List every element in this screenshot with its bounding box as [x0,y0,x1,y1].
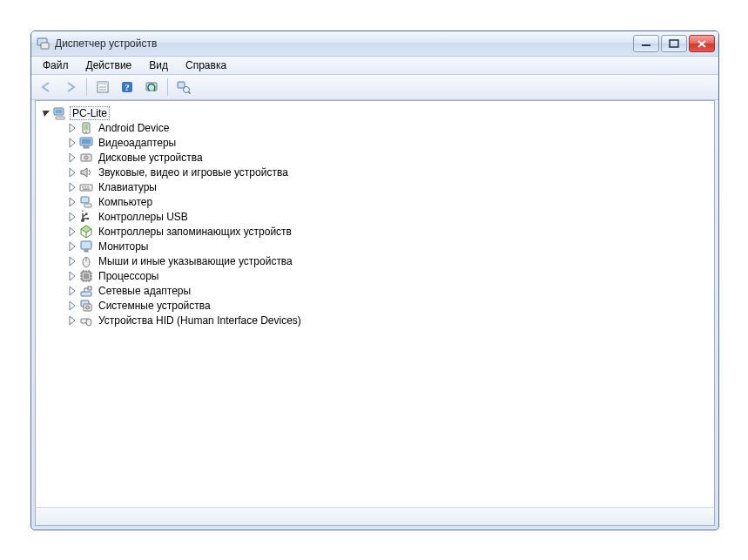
sound-icon [79,165,93,179]
menu-help[interactable]: Справка [178,57,234,73]
storage-icon [79,225,93,239]
tree-item-label: Сетевые адаптеры [96,284,193,298]
tree-item-label: Контроллеры USB [96,210,191,224]
tree-item[interactable]: Контроллеры запоминающих устройств [67,224,714,239]
android-icon [79,121,93,135]
minimize-button[interactable] [633,35,659,52]
network-icon [79,284,93,298]
tree-item[interactable]: Устройства HID (Human Interface Devices) [67,313,714,327]
tree-item-label: Android Device [96,121,172,135]
tree-item-label: Клавиатуры [96,180,159,194]
device-tree[interactable]: PC-Lite Android DeviceВидеоадаптерыДиско… [36,104,714,329]
window-controls [633,35,715,52]
expander-expand-icon[interactable] [67,138,77,148]
device-manager-window: Диспетчер устройств Файл Действие Вид Сп… [30,30,719,530]
expander-expand-icon[interactable] [67,256,77,267]
show-devices-button[interactable] [172,77,195,98]
maximize-button[interactable] [661,35,687,52]
tree-item[interactable]: Мониторы [67,239,714,253]
expander-expand-icon[interactable] [67,315,77,326]
close-button[interactable] [689,35,715,52]
tree-item[interactable]: Дисковые устройства [67,150,714,165]
menu-view[interactable]: Вид [141,57,176,73]
expander-expand-icon[interactable] [67,300,77,311]
expander-expand-icon[interactable] [67,152,77,163]
tree-item-label: Дисковые устройства [96,151,206,165]
tree-item-label: Мыши и иные указывающие устройства [96,254,295,268]
disk-icon [79,151,93,165]
tree-item[interactable]: Клавиатуры [67,179,714,194]
tree-item-label: Процессоры [96,269,162,283]
tree-root[interactable]: PC-Lite [41,105,714,120]
hid-icon [79,314,93,327]
toolbar-separator [167,78,168,96]
expander-expand-icon[interactable] [67,226,77,237]
tree-item[interactable]: Android Device [67,120,714,135]
toolbar-separator [86,78,87,96]
monitor-icon [79,240,93,253]
menubar: Файл Действие Вид Справка [31,57,718,75]
tree-item[interactable]: Контроллеры USB [67,209,714,224]
tree-item-label: Устройства HID (Human Interface Devices) [96,314,304,327]
tree-item[interactable]: Сетевые адаптеры [67,283,714,298]
usb-icon [79,210,93,224]
keyboard-icon [79,180,93,194]
properties-button[interactable] [91,77,114,98]
toolbar [31,75,718,100]
menu-file[interactable]: Файл [35,57,77,73]
expander-expand-icon[interactable] [67,286,77,296]
expander-expand-icon[interactable] [67,212,77,222]
statusbar [35,507,715,526]
expander-expand-icon[interactable] [67,123,77,133]
cpu-icon [79,269,93,283]
tree-item[interactable]: Процессоры [67,268,714,283]
expander-collapse-icon[interactable] [41,108,51,118]
menu-action[interactable]: Действие [78,57,140,73]
tree-item-label: Системные устройства [96,299,213,313]
tree-children: Android DeviceВидеоадаптерыДисковые устр… [41,120,714,327]
tree-item-label: Звуковые, видео и игровые устройства [96,165,291,179]
expander-expand-icon[interactable] [67,241,77,252]
tree-item[interactable]: Системные устройства [67,298,714,313]
tree-item[interactable]: Видеоадаптеры [67,135,714,150]
tree-item[interactable]: Мыши и иные указывающие устройства [67,253,714,268]
tree-root-label: PC-Lite [70,106,110,120]
display-icon [79,136,93,150]
computer-icon [79,195,93,209]
expander-expand-icon[interactable] [67,271,77,281]
expander-expand-icon[interactable] [67,182,77,192]
scan-hardware-button[interactable] [140,77,163,98]
mouse-icon [79,254,93,268]
back-button[interactable] [35,77,57,98]
forward-button[interactable] [59,77,82,98]
expander-expand-icon[interactable] [67,197,77,207]
help-button[interactable] [116,77,138,98]
tree-item[interactable]: Компьютер [67,194,714,209]
system-icon [79,299,93,313]
tree-item-label: Контроллеры запоминающих устройств [96,225,294,239]
tree-item-label: Видеоадаптеры [96,136,179,150]
client-area: PC-Lite Android DeviceВидеоадаптерыДиско… [35,100,715,507]
tree-item-label: Компьютер [96,195,155,209]
expander-expand-icon[interactable] [67,167,77,178]
tree-item-label: Мониторы [96,240,151,253]
app-icon [37,37,51,51]
computer-icon [53,106,67,120]
window-title: Диспетчер устройств [55,37,157,50]
titlebar[interactable]: Диспетчер устройств [31,31,718,57]
tree-item[interactable]: Звуковые, видео и игровые устройства [67,165,714,179]
